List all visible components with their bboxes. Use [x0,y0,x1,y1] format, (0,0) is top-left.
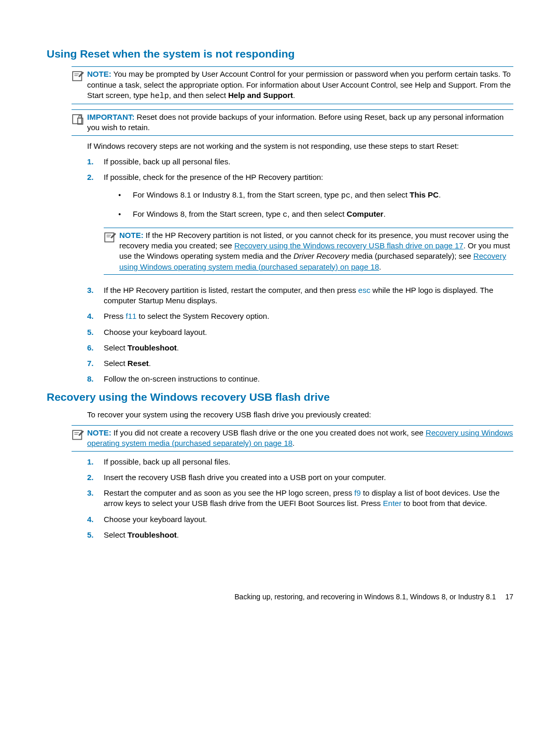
list-text: Select [104,530,128,539]
list-item: 6. Select Troubleshoot. [87,343,513,353]
important-text: Reset does not provide backups of your i… [87,113,503,132]
list-text: . [177,343,179,352]
list-number: 7. [87,358,104,369]
list-text: If the HP Recovery partition is listed, … [104,286,358,294]
bullet-text: , and then select [351,190,410,199]
ordered-list: 1. If possible, back up all personal fil… [87,157,513,385]
list-number: 2. [87,172,104,280]
list-number: 8. [87,374,104,384]
note-text: . [293,91,295,100]
heading-recovery-usb: Recovery using the Windows recovery USB … [47,390,513,404]
list-item: 3. If the HP Recovery partition is liste… [87,285,513,306]
bold-text: Troubleshoot [128,530,177,539]
list-item: 4. Choose your keyboard layout. [87,514,513,525]
important-label: IMPORTANT: [87,113,134,121]
important-callout: IMPORTANT: Reset does not provide backup… [72,109,513,136]
list-text: Select [104,359,128,368]
bullet-list: For Windows 8.1 or Industry 8.1, from th… [118,190,513,220]
list-text: If possible, back up all personal files. [104,457,513,467]
list-number: 2. [87,472,104,483]
intro-paragraph: To recover your system using the recover… [87,410,513,420]
list-text: . [177,530,179,539]
list-number: 1. [87,157,104,167]
key-name: f9 [354,488,361,497]
note-label: NOTE: [87,428,111,437]
list-text: Follow the on-screen instructions to con… [104,374,513,384]
note-body: NOTE: If the HP Recovery partition is no… [119,230,513,272]
bullet-text: For Windows 8, from the Start screen, ty… [133,209,283,218]
list-text: to boot from that device. [401,499,487,508]
inline-code: help [150,92,169,101]
list-text: to select the System Recovery option. [136,312,269,320]
inline-code: c [283,210,287,219]
list-item: 7. Select Reset. [87,358,513,369]
intro-paragraph: If Windows recovery steps are not workin… [87,141,513,151]
list-text: If possible, check for the presence of t… [104,173,323,181]
list-number: 4. [87,514,104,525]
italic-text: Driver Recovery [293,251,349,260]
list-text: If possible, back up all personal files. [104,157,513,167]
list-number: 5. [87,530,104,540]
bold-text: This PC [410,190,439,199]
bullet-text: For Windows 8.1 or Industry 8.1, from th… [133,190,341,199]
note-label: NOTE: [119,231,144,240]
page-number: 17 [505,592,513,602]
important-icon [72,113,85,124]
note-text: If you did not create a recovery USB fla… [114,428,426,437]
list-item: 1. If possible, back up all personal fil… [87,457,513,467]
list-text: Select [104,343,128,352]
note-label: NOTE: [87,69,111,78]
list-text: Choose your keyboard layout. [104,514,513,525]
note-icon [104,231,117,243]
list-number: 3. [87,488,104,509]
list-text: Restart the computer and as soon as you … [104,488,354,497]
list-item: 8. Follow the on-screen instructions to … [87,374,513,384]
note-text: media (purchased separately); see [349,251,473,260]
note-text: . [292,439,295,447]
list-number: 6. [87,343,104,353]
list-number: 4. [87,311,104,321]
inline-code: pc [341,191,351,200]
list-item: 3. Restart the computer and as soon as y… [87,488,513,509]
key-name: Enter [383,499,402,508]
key-name: esc [358,286,370,294]
note-callout: NOTE: You may be prompted by User Accoun… [72,66,513,104]
page-footer: Backing up, restoring, and recovering in… [47,592,513,602]
footer-text: Backing up, restoring, and recovering in… [234,593,496,601]
list-item: 2. If possible, check for the presence o… [87,172,513,280]
list-number: 5. [87,327,104,338]
important-body: IMPORTANT: Reset does not provide backup… [87,112,513,133]
list-text: . [149,359,151,368]
heading-using-reset: Using Reset when the system is not respo… [47,47,513,61]
note-text: , and then select [169,91,228,100]
list-item: 4. Press f11 to select the System Recove… [87,311,513,321]
list-item: 5. Choose your keyboard layout. [87,327,513,338]
bold-text: Troubleshoot [128,343,177,352]
bullet-item: For Windows 8, from the Start screen, ty… [118,209,513,220]
key-name: f11 [126,312,137,320]
bullet-item: For Windows 8.1 or Industry 8.1, from th… [118,190,513,201]
list-text: Press [104,312,126,320]
link-recovery-usb[interactable]: Recovery using the Windows recovery USB … [234,241,464,250]
note-icon [72,429,85,440]
ordered-list: 1. If possible, back up all personal fil… [87,457,513,541]
note-callout: NOTE: If the HP Recovery partition is no… [104,228,513,275]
bold-text: Computer [347,209,384,218]
list-item: 2. Insert the recovery USB flash drive y… [87,472,513,483]
list-number: 1. [87,457,104,467]
list-item: 1. If possible, back up all personal fil… [87,157,513,167]
note-icon [72,70,85,81]
bullet-text: . [439,190,441,199]
list-item: 5. Select Troubleshoot. [87,530,513,540]
note-body: NOTE: You may be prompted by User Accoun… [87,69,513,102]
note-callout: NOTE: If you did not create a recovery U… [72,425,513,452]
bold-text: Reset [128,359,149,368]
svg-rect-3 [73,115,81,123]
list-text: Insert the recovery USB flash drive you … [104,472,513,483]
list-text: Choose your keyboard layout. [104,327,513,338]
bold-text: Help and Support [228,91,293,100]
note-text: . [379,262,381,271]
list-number: 3. [87,285,104,306]
bullet-text: . [383,209,385,218]
note-body: NOTE: If you did not create a recovery U… [87,428,513,449]
